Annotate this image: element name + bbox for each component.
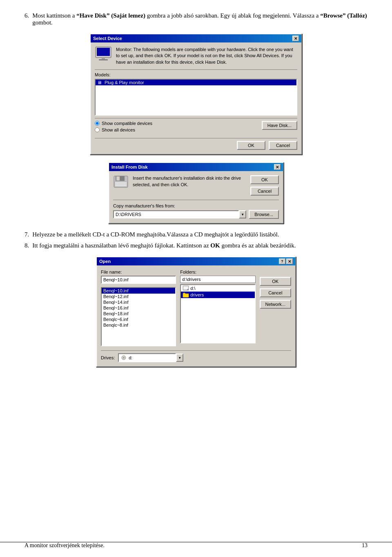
- install-from-disk-titlebar: Install From Disk ✕: [109, 163, 283, 171]
- file-item-5[interactable]: Benqlc~6.inf: [102, 316, 175, 322]
- file-name-input[interactable]: [101, 276, 176, 284]
- install-from-disk-close-btn[interactable]: ✕: [274, 164, 281, 170]
- show-all-radio[interactable]: Show all devices: [95, 127, 152, 132]
- svg-point-15: [123, 357, 125, 359]
- svg-rect-3: [102, 58, 105, 59]
- open-dialog-title: Open: [99, 259, 111, 264]
- file-item-1[interactable]: Benql~12.inf: [102, 294, 175, 299]
- install-from-disk-ok-button[interactable]: OK: [250, 175, 279, 184]
- footer-page-number: 13: [362, 542, 368, 549]
- install-from-disk-cancel-button[interactable]: Cancel: [250, 187, 279, 196]
- drives-label: Drives:: [101, 355, 115, 360]
- open-dialog-titlebar: Open ? ✕: [97, 257, 295, 265]
- open-dialog-ok-button[interactable]: OK: [260, 277, 292, 286]
- select-device-close-btn[interactable]: ✕: [292, 36, 299, 41]
- copy-from-path[interactable]: D:\DRIVERS: [113, 210, 239, 218]
- file-name-label: File name:: [101, 270, 176, 274]
- select-device-titlebar: Select Device ✕: [91, 34, 301, 42]
- install-from-disk-body: Insert the manufacturer's installation d…: [109, 171, 283, 223]
- drives-dropdown[interactable]: d:: [118, 353, 176, 362]
- file-item-6[interactable]: Benqlc~8.inf: [102, 322, 175, 328]
- paragraph-6: 6. Most kattintson a “Have Disk” (Saját …: [24, 12, 368, 26]
- path-dropdown-arrow[interactable]: ▼: [239, 210, 246, 218]
- models-listbox[interactable]: 🖥 Plug & Play monitor: [95, 79, 297, 116]
- folders-path: d:\drivers: [180, 276, 255, 283]
- bold-browse: “Browse” (Tallóz): [320, 12, 367, 19]
- select-device-screenshot: Select Device ✕ Monitor: The following m…: [24, 33, 368, 155]
- open-dialog-body: File name: Benql~10.inf Benql~12.inf Ben…: [97, 265, 295, 366]
- open-dialog-screenshot: Open ? ✕ File name: Benql~10.inf Benql~1…: [24, 256, 368, 367]
- folders-listbox[interactable]: d:\ drivers: [180, 284, 255, 343]
- open-dialog-cancel-button[interactable]: Cancel: [260, 288, 292, 297]
- folders-label: Folders:: [180, 270, 255, 274]
- install-from-disk-description: Insert the manufacturer's installation d…: [133, 175, 246, 188]
- paragraph-6-text: Most kattintson a “Have Disk” (Saját lem…: [32, 12, 368, 26]
- file-item-2[interactable]: Benql~14.inf: [102, 299, 175, 305]
- select-device-title: Select Device: [93, 36, 122, 41]
- have-disk-button[interactable]: Have Disk...: [262, 121, 297, 130]
- select-device-cancel-button[interactable]: Cancel: [269, 141, 297, 150]
- drive-icon: [183, 285, 189, 291]
- paragraph-7: 7. Helyezze be a mellékelt CD-t a CD-ROM…: [24, 231, 368, 238]
- monitor-icon: [95, 47, 112, 65]
- drive-cd-icon: [120, 355, 127, 361]
- footer-left: A monitor szoftverjének telepítése.: [24, 542, 105, 549]
- select-device-ok-button[interactable]: OK: [237, 141, 265, 150]
- svg-rect-8: [115, 182, 127, 187]
- paragraph-6-number: 6.: [24, 12, 29, 26]
- drives-dropdown-arrow[interactable]: ▼: [176, 354, 183, 362]
- install-from-disk-title: Install From Disk: [111, 165, 148, 169]
- file-item-0[interactable]: Benql~10.inf: [102, 288, 175, 294]
- paragraph-7-text: Helyezze be a mellékelt CD-t a CD-ROM me…: [32, 231, 368, 238]
- bold-have-disk: “Have Disk” (Saját lemez): [76, 12, 145, 19]
- paragraph-8: 8. Itt fogja megtalálni a használatban l…: [24, 242, 368, 249]
- open-dialog-close-btn[interactable]: ✕: [286, 258, 293, 264]
- folder-drivers[interactable]: drivers: [181, 292, 254, 298]
- install-from-disk-dialog: Install From Disk ✕: [108, 162, 284, 224]
- svg-rect-7: [116, 176, 120, 180]
- models-label: Models:: [95, 72, 297, 77]
- floppy-icon: [113, 175, 129, 196]
- copy-from-label: Copy manufacturer's files from:: [113, 203, 279, 208]
- svg-rect-2: [97, 48, 110, 56]
- open-dialog: Open ? ✕ File name: Benql~10.inf Benql~1…: [96, 256, 296, 367]
- network-button[interactable]: Network...: [260, 300, 292, 309]
- model-item-plug-play[interactable]: 🖥 Plug & Play monitor: [96, 80, 296, 85]
- paragraph-7-number: 7.: [24, 231, 29, 238]
- select-device-body: Monitor: The following models are compat…: [91, 42, 301, 154]
- select-device-description: Monitor: The following models are compat…: [116, 47, 297, 65]
- files-listbox[interactable]: Benql~10.inf Benql~12.inf Benql~14.inf B…: [101, 287, 176, 346]
- svg-rect-4: [99, 59, 108, 60]
- open-dialog-help-btn[interactable]: ?: [279, 258, 285, 264]
- page-footer: A monitor szoftverjének telepítése. 13: [0, 542, 392, 549]
- show-compatible-radio[interactable]: Show compatible devices: [95, 121, 152, 126]
- install-from-disk-screenshot: Install From Disk ✕: [24, 162, 368, 224]
- file-item-4[interactable]: Benql~18.inf: [102, 311, 175, 316]
- browse-button[interactable]: Browse...: [249, 210, 279, 219]
- file-item-3[interactable]: Benql~16.inf: [102, 305, 175, 311]
- paragraph-8-number: 8.: [24, 242, 29, 249]
- paragraph-8-text: Itt fogja megtalálni a használatban lévő…: [32, 242, 368, 249]
- select-device-dialog: Select Device ✕ Monitor: The following m…: [90, 33, 302, 155]
- folder-drive[interactable]: d:\: [181, 285, 254, 292]
- svg-point-13: [187, 289, 189, 290]
- folder-icon: [183, 292, 189, 298]
